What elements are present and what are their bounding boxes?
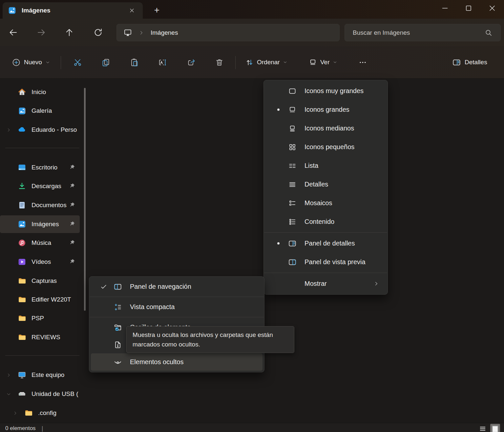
view-button-label: Ver <box>320 59 330 66</box>
rename-button[interactable] <box>155 54 170 70</box>
sidebar-item-videos[interactable]: Vídeos <box>0 253 80 271</box>
onedrive-icon <box>18 126 26 134</box>
list-view-icon <box>288 162 297 170</box>
expand-chevron-icon[interactable] <box>4 125 13 134</box>
sort-button-label: Ordenar <box>257 59 280 66</box>
sidebar-item-galeria[interactable]: Galería <box>0 102 80 120</box>
downloads-icon <box>18 182 26 190</box>
hidden-items-icon <box>114 358 122 366</box>
item-checkboxes-icon <box>114 323 122 332</box>
sidebar-item-edifier[interactable]: Edifier W220T <box>0 291 80 308</box>
chevron-down-icon <box>333 60 337 65</box>
extra-large-icons-icon <box>288 87 297 95</box>
folder-icon <box>24 409 33 417</box>
pin-icon <box>69 164 76 171</box>
tab-close-icon[interactable] <box>126 5 137 16</box>
sidebar-item-escritorio[interactable]: Escritorio <box>0 159 80 176</box>
menu-separator <box>264 273 387 273</box>
view-button[interactable]: Ver <box>305 54 341 70</box>
menu-item-mosaicos[interactable]: Mosaicos <box>264 194 388 212</box>
sidebar-item-descargas[interactable]: Descargas <box>0 177 80 195</box>
more-options-button[interactable] <box>355 54 370 70</box>
menu-separator <box>90 297 264 297</box>
expand-chevron-icon[interactable] <box>10 408 20 418</box>
scissors-icon <box>73 58 82 67</box>
minimize-button[interactable] <box>433 0 457 16</box>
refresh-button[interactable] <box>91 25 105 40</box>
pin-icon <box>69 239 76 246</box>
sidebar-item-documentos[interactable]: Documentos <box>0 196 80 214</box>
menu-item-mostrar[interactable]: Mostrar <box>264 274 388 293</box>
new-tab-button[interactable]: + <box>150 4 163 17</box>
submenu-item-vista-compacta[interactable]: Vista compacta <box>89 298 264 316</box>
menu-item-iconos-muy-grandes[interactable]: Iconos muy grandes <box>264 82 388 100</box>
submenu-item-elementos-ocultos[interactable]: Elementos ocultos <box>91 353 262 371</box>
details-pane-button[interactable]: Detalles <box>449 54 491 70</box>
up-button[interactable] <box>62 25 76 40</box>
submenu-chevron-icon <box>373 281 379 286</box>
pin-icon <box>69 202 76 209</box>
selected-bullet <box>268 242 288 245</box>
sidebar-item-config[interactable]: .config <box>0 404 80 422</box>
breadcrumb-location[interactable]: Imágenes <box>151 29 178 36</box>
sidebar-item-inicio[interactable]: Inicio <box>0 83 80 101</box>
medium-icons-icon <box>288 124 297 133</box>
delete-button[interactable] <box>211 54 227 70</box>
sidebar-item-musica[interactable]: Música <box>0 234 80 252</box>
back-button[interactable] <box>6 25 20 40</box>
sidebar-item-este-equipo[interactable]: Este equipo <box>0 366 80 384</box>
new-button[interactable]: Nuevo <box>8 54 54 70</box>
status-bar: 0 elementos | <box>0 423 504 432</box>
small-icons-icon <box>288 143 297 151</box>
thumbnail-view-toggle[interactable] <box>490 424 500 432</box>
selected-bullet <box>268 108 288 111</box>
home-icon <box>18 88 26 96</box>
search-input[interactable]: Buscar en Imágenes <box>345 24 501 41</box>
address-bar[interactable]: Imágenes <box>116 24 340 41</box>
tab-title: Imágenes <box>22 7 126 14</box>
cut-button[interactable] <box>70 54 85 70</box>
menu-item-iconos-grandes[interactable]: Iconos grandes <box>264 100 388 119</box>
close-button[interactable] <box>480 0 504 16</box>
expand-chevron-icon[interactable] <box>4 370 13 380</box>
submenu-item-panel-de-navegacion[interactable]: Panel de navegación <box>89 278 264 295</box>
sidebar-item-reviews[interactable]: REVIEWS <box>0 328 80 346</box>
menu-item-panel-de-vista-previa[interactable]: Panel de vista previa <box>264 253 388 271</box>
copy-button[interactable] <box>98 54 114 70</box>
new-button-label: Nuevo <box>24 59 42 66</box>
menu-item-iconos-medianos[interactable]: Iconos medianos <box>264 119 388 138</box>
pin-icon <box>69 221 76 228</box>
details-view-toggle[interactable] <box>478 424 488 432</box>
sidebar-item-psp[interactable]: PSP <box>0 309 80 327</box>
menu-item-panel-de-detalles[interactable]: Panel de detalles <box>264 234 388 253</box>
search-placeholder: Buscar en Imágenes <box>353 29 485 36</box>
menu-separator <box>90 317 264 317</box>
share-button[interactable] <box>183 54 199 70</box>
sidebar-item-imagenes[interactable]: Imágenes <box>0 215 80 233</box>
forward-button[interactable] <box>34 25 49 40</box>
copy-icon <box>101 58 110 67</box>
tab-imagenes[interactable]: Imágenes <box>3 2 143 19</box>
content-view-icon <box>288 218 297 226</box>
menu-item-detalles[interactable]: Detalles <box>264 175 388 194</box>
sidebar-item-usb-drive[interactable]: Unidad de USB ( <box>0 385 80 403</box>
collapse-chevron-icon[interactable] <box>4 389 13 399</box>
menu-item-contenido[interactable]: Contenido <box>264 212 388 231</box>
menu-item-iconos-pequenos[interactable]: Iconos pequeños <box>264 138 388 156</box>
sidebar-separator <box>5 148 79 148</box>
plus-icon: + <box>154 5 159 15</box>
item-count: 0 elementos <box>5 425 36 432</box>
hidden-items-tooltip: Muestra u oculta los archivos y carpetas… <box>126 326 294 353</box>
pictures-icon <box>18 220 26 228</box>
details-pane-label: Detalles <box>465 59 487 66</box>
menu-item-lista[interactable]: Lista <box>264 156 388 175</box>
folder-icon <box>18 314 26 323</box>
pin-icon <box>69 183 76 190</box>
sort-button[interactable]: Ordenar <box>242 54 291 70</box>
maximize-button[interactable] <box>457 0 480 16</box>
sidebar-item-onedrive[interactable]: Eduardo - Perso <box>0 121 80 139</box>
paste-button[interactable] <box>126 54 142 70</box>
usb-drive-icon <box>18 390 26 398</box>
sidebar-item-capturas[interactable]: Capturas <box>0 272 80 290</box>
sidebar-scrollbar[interactable] <box>84 88 86 311</box>
